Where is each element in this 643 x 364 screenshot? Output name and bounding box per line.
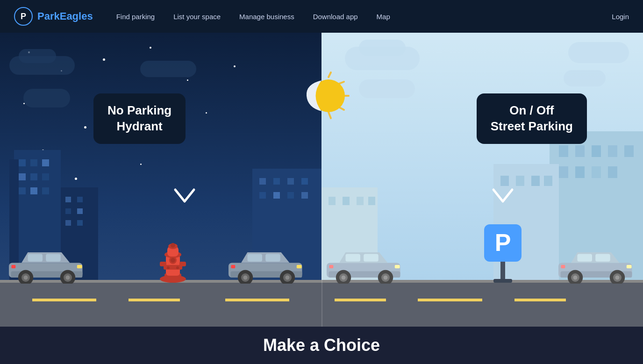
star <box>103 58 105 61</box>
svg-rect-16 <box>65 220 71 226</box>
svg-rect-26 <box>301 192 308 199</box>
nav-manage-business[interactable]: Manage business <box>239 13 294 21</box>
star <box>234 65 236 67</box>
svg-rect-86 <box>265 254 280 262</box>
svg-rect-4 <box>42 159 49 166</box>
car-night-left <box>5 246 89 285</box>
svg-point-92 <box>286 276 290 280</box>
svg-rect-56 <box>164 265 182 270</box>
svg-rect-106 <box>329 265 333 268</box>
svg-rect-82 <box>11 265 15 268</box>
right-tooltip-line2: Street Parking <box>491 119 573 135</box>
brand-name: ParkEagles <box>37 10 93 22</box>
nav-map[interactable]: Map <box>377 13 390 21</box>
car-day-left <box>322 246 407 285</box>
left-tooltip-line1: No Parking <box>107 103 171 119</box>
svg-point-60 <box>171 243 175 248</box>
svg-rect-40 <box>531 176 540 186</box>
svg-rect-23 <box>259 192 266 199</box>
svg-rect-45 <box>357 197 364 205</box>
bottom-bar: Make a Choice <box>0 327 643 364</box>
star <box>84 126 86 128</box>
svg-rect-10 <box>42 187 49 194</box>
svg-rect-21 <box>287 178 294 185</box>
svg-point-77 <box>24 276 28 280</box>
svg-rect-105 <box>395 265 400 268</box>
svg-rect-22 <box>301 178 308 185</box>
svg-point-66 <box>176 266 179 269</box>
road-marking <box>32 299 97 301</box>
svg-line-47 <box>329 72 331 77</box>
hero-section: No Parking Hydrant On / Off Street Parki… <box>0 33 643 364</box>
svg-rect-14 <box>65 208 71 214</box>
svg-rect-9 <box>30 187 37 194</box>
svg-rect-8 <box>19 187 26 194</box>
svg-rect-3 <box>30 159 37 166</box>
car-night-right <box>224 246 308 285</box>
road-marking <box>418 299 482 301</box>
svg-rect-46 <box>368 197 375 205</box>
svg-rect-93 <box>297 265 302 268</box>
svg-point-116 <box>615 276 620 280</box>
svg-rect-29 <box>575 145 585 157</box>
star <box>140 164 142 165</box>
nav-links: Find parking List your space Manage busi… <box>116 13 612 21</box>
svg-rect-62 <box>179 262 186 266</box>
road-marking <box>225 299 290 301</box>
svg-rect-34 <box>575 166 585 178</box>
svg-point-65 <box>167 266 170 269</box>
svg-rect-31 <box>608 145 617 157</box>
road-marking <box>129 299 180 301</box>
right-chevron-icon <box>491 187 514 208</box>
svg-rect-38 <box>500 176 509 186</box>
nav-list-space[interactable]: List your space <box>173 13 221 21</box>
svg-rect-41 <box>544 176 552 186</box>
left-chevron-icon <box>173 187 196 208</box>
svg-point-101 <box>342 276 346 280</box>
svg-rect-6 <box>30 173 37 180</box>
nav-find-parking[interactable]: Find parking <box>116 13 155 21</box>
svg-rect-33 <box>559 166 568 178</box>
day-cloud <box>564 70 606 86</box>
logo-icon: P <box>14 7 33 26</box>
svg-point-80 <box>66 276 70 280</box>
logo-area[interactable]: P ParkEagles <box>14 7 93 26</box>
svg-rect-13 <box>77 197 83 202</box>
right-tooltip-line1: On / Off <box>491 103 573 119</box>
day-night-icon <box>293 70 350 126</box>
svg-rect-5 <box>19 173 26 180</box>
svg-rect-110 <box>595 254 610 262</box>
svg-rect-118 <box>561 265 565 268</box>
day-cloud <box>359 40 406 56</box>
nav-download-app[interactable]: Download app <box>313 13 358 21</box>
left-tooltip-line2: Hydrant <box>107 119 171 135</box>
svg-rect-44 <box>343 197 350 205</box>
svg-rect-36 <box>608 166 617 178</box>
svg-rect-81 <box>77 265 82 268</box>
svg-rect-20 <box>273 178 280 185</box>
svg-rect-68 <box>493 279 512 283</box>
road-marking <box>335 299 386 301</box>
svg-rect-61 <box>160 262 166 266</box>
svg-rect-15 <box>77 208 83 214</box>
fire-hydrant <box>154 227 192 285</box>
car-day-right <box>554 246 638 285</box>
cta-text: Make a Choice <box>263 335 380 355</box>
star <box>187 79 188 81</box>
svg-rect-97 <box>346 254 361 262</box>
day-cloud <box>568 42 629 63</box>
star <box>75 178 77 180</box>
right-tooltip: On / Off Street Parking <box>477 93 587 144</box>
svg-rect-24 <box>273 192 280 199</box>
svg-text:P: P <box>495 229 511 256</box>
login-button[interactable]: Login <box>612 13 629 21</box>
svg-rect-43 <box>329 197 336 205</box>
star <box>150 47 151 49</box>
svg-rect-73 <box>28 254 43 262</box>
road-marking <box>514 299 566 301</box>
svg-rect-7 <box>42 173 49 180</box>
svg-point-104 <box>384 276 388 280</box>
svg-point-64 <box>171 258 175 263</box>
svg-rect-17 <box>77 220 83 226</box>
scene: No Parking Hydrant On / Off Street Parki… <box>0 33 643 327</box>
